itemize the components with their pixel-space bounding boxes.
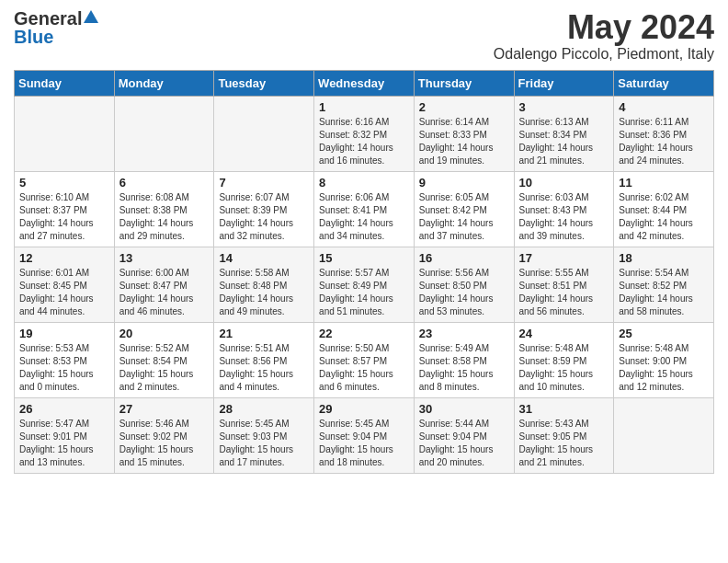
col-header-tuesday: Tuesday [214,70,314,96]
calendar-row: 19Sunrise: 5:53 AMSunset: 8:53 PMDayligh… [15,322,714,397]
day-number: 7 [219,176,309,190]
col-header-monday: Monday [114,70,214,96]
day-number: 14 [219,251,309,265]
day-number: 6 [119,176,210,190]
col-header-sunday: Sunday [15,70,115,96]
calendar-cell: 24Sunrise: 5:48 AMSunset: 8:59 PMDayligh… [514,322,614,397]
day-info: Sunrise: 5:52 AMSunset: 8:54 PMDaylight:… [119,342,210,394]
day-info: Sunrise: 5:53 AMSunset: 8:53 PMDaylight:… [19,342,109,394]
calendar-row: 26Sunrise: 5:47 AMSunset: 9:01 PMDayligh… [15,397,714,473]
calendar-cell: 21Sunrise: 5:51 AMSunset: 8:56 PMDayligh… [214,322,314,397]
day-info: Sunrise: 5:56 AMSunset: 8:50 PMDaylight:… [419,267,509,318]
day-info: Sunrise: 5:49 AMSunset: 8:58 PMDaylight:… [419,342,509,394]
day-number: 20 [119,327,210,340]
calendar-cell: 20Sunrise: 5:52 AMSunset: 8:54 PMDayligh… [114,322,214,397]
day-number: 5 [19,176,109,190]
logo-triangle-icon [84,10,98,23]
day-info: Sunrise: 5:55 AMSunset: 8:51 PMDaylight:… [519,267,609,318]
calendar-cell: 18Sunrise: 5:54 AMSunset: 8:52 PMDayligh… [614,247,714,322]
calendar-cell: 2Sunrise: 6:14 AMSunset: 8:33 PMDaylight… [414,96,514,171]
col-header-saturday: Saturday [614,70,714,96]
calendar-cell: 19Sunrise: 5:53 AMSunset: 8:53 PMDayligh… [15,322,115,397]
day-info: Sunrise: 5:46 AMSunset: 9:02 PMDaylight:… [119,418,210,469]
day-number: 1 [319,100,409,114]
day-info: Sunrise: 5:44 AMSunset: 9:04 PMDaylight:… [419,418,509,469]
calendar-cell [15,96,115,171]
header: General Blue May 2024 Odalengo Piccolo, … [14,9,714,63]
calendar-cell: 3Sunrise: 6:13 AMSunset: 8:34 PMDaylight… [514,96,614,171]
calendar-cell: 26Sunrise: 5:47 AMSunset: 9:01 PMDayligh… [15,397,115,473]
calendar-cell [614,397,714,473]
day-info: Sunrise: 6:02 AMSunset: 8:44 PMDaylight:… [619,191,709,243]
day-info: Sunrise: 6:03 AMSunset: 8:43 PMDaylight:… [519,191,609,243]
day-info: Sunrise: 5:43 AMSunset: 9:05 PMDaylight:… [519,418,609,469]
day-number: 16 [419,251,509,265]
calendar-cell: 7Sunrise: 6:07 AMSunset: 8:39 PMDaylight… [214,171,314,247]
day-number: 2 [419,100,509,114]
day-info: Sunrise: 5:45 AMSunset: 9:03 PMDaylight:… [219,418,309,469]
calendar-cell: 25Sunrise: 5:48 AMSunset: 9:00 PMDayligh… [614,322,714,397]
day-number: 23 [419,327,509,340]
calendar-cell: 15Sunrise: 5:57 AMSunset: 8:49 PMDayligh… [314,247,415,322]
day-number: 11 [619,176,709,190]
day-number: 18 [619,251,709,265]
calendar-cell: 10Sunrise: 6:03 AMSunset: 8:43 PMDayligh… [514,171,614,247]
calendar-cell: 23Sunrise: 5:49 AMSunset: 8:58 PMDayligh… [414,322,514,397]
day-info: Sunrise: 6:13 AMSunset: 8:34 PMDaylight:… [519,116,609,167]
calendar-cell [214,96,314,171]
day-number: 22 [319,327,409,340]
calendar-cell: 28Sunrise: 5:45 AMSunset: 9:03 PMDayligh… [214,397,314,473]
day-info: Sunrise: 5:48 AMSunset: 9:00 PMDaylight:… [619,342,709,394]
day-info: Sunrise: 5:57 AMSunset: 8:49 PMDaylight:… [319,267,409,318]
col-header-thursday: Thursday [414,70,514,96]
day-number: 8 [319,176,409,190]
calendar-cell: 22Sunrise: 5:50 AMSunset: 8:57 PMDayligh… [314,322,415,397]
logo-general-text: General [14,9,82,28]
calendar-cell: 29Sunrise: 5:45 AMSunset: 9:04 PMDayligh… [314,397,415,473]
day-number: 3 [519,100,609,114]
day-number: 10 [519,176,609,190]
day-number: 29 [319,402,409,416]
day-info: Sunrise: 6:08 AMSunset: 8:38 PMDaylight:… [119,191,210,243]
day-info: Sunrise: 6:14 AMSunset: 8:33 PMDaylight:… [419,116,509,167]
day-info: Sunrise: 6:10 AMSunset: 8:37 PMDaylight:… [19,191,109,243]
day-info: Sunrise: 6:06 AMSunset: 8:41 PMDaylight:… [319,191,409,243]
calendar-cell: 13Sunrise: 6:00 AMSunset: 8:47 PMDayligh… [114,247,214,322]
calendar-cell: 11Sunrise: 6:02 AMSunset: 8:44 PMDayligh… [614,171,714,247]
day-number: 19 [19,327,109,340]
day-info: Sunrise: 6:00 AMSunset: 8:47 PMDaylight:… [119,267,210,318]
day-info: Sunrise: 5:51 AMSunset: 8:56 PMDaylight:… [219,342,309,394]
calendar-cell: 27Sunrise: 5:46 AMSunset: 9:02 PMDayligh… [114,397,214,473]
calendar-cell: 9Sunrise: 6:05 AMSunset: 8:42 PMDaylight… [414,171,514,247]
calendar-cell: 1Sunrise: 6:16 AMSunset: 8:32 PMDaylight… [314,96,415,171]
calendar-title: May 2024 [494,9,714,46]
calendar-row: 1Sunrise: 6:16 AMSunset: 8:32 PMDaylight… [15,96,714,171]
day-info: Sunrise: 6:16 AMSunset: 8:32 PMDaylight:… [319,116,409,167]
title-area: May 2024 Odalengo Piccolo, Piedmont, Ita… [494,9,714,63]
day-number: 9 [419,176,509,190]
logo-blue-text: Blue [14,28,53,46]
day-number: 31 [519,402,609,416]
day-number: 4 [619,100,709,114]
calendar-cell: 14Sunrise: 5:58 AMSunset: 8:48 PMDayligh… [214,247,314,322]
calendar-cell: 4Sunrise: 6:11 AMSunset: 8:36 PMDaylight… [614,96,714,171]
calendar-cell [114,96,214,171]
calendar-cell: 17Sunrise: 5:55 AMSunset: 8:51 PMDayligh… [514,247,614,322]
day-number: 24 [519,327,609,340]
calendar-row: 12Sunrise: 6:01 AMSunset: 8:45 PMDayligh… [15,247,714,322]
day-info: Sunrise: 5:58 AMSunset: 8:48 PMDaylight:… [219,267,309,318]
day-info: Sunrise: 5:45 AMSunset: 9:04 PMDaylight:… [319,418,409,469]
col-header-wednesday: Wednesday [314,70,415,96]
col-header-friday: Friday [514,70,614,96]
calendar-cell: 31Sunrise: 5:43 AMSunset: 9:05 PMDayligh… [514,397,614,473]
day-info: Sunrise: 6:01 AMSunset: 8:45 PMDaylight:… [19,267,109,318]
day-number: 21 [219,327,309,340]
day-info: Sunrise: 5:50 AMSunset: 8:57 PMDaylight:… [319,342,409,394]
calendar-table: SundayMondayTuesdayWednesdayThursdayFrid… [14,70,714,474]
calendar-cell: 12Sunrise: 6:01 AMSunset: 8:45 PMDayligh… [15,247,115,322]
day-number: 17 [519,251,609,265]
calendar-cell: 5Sunrise: 6:10 AMSunset: 8:37 PMDaylight… [15,171,115,247]
calendar-cell: 16Sunrise: 5:56 AMSunset: 8:50 PMDayligh… [414,247,514,322]
day-info: Sunrise: 6:11 AMSunset: 8:36 PMDaylight:… [619,116,709,167]
day-number: 28 [219,402,309,416]
